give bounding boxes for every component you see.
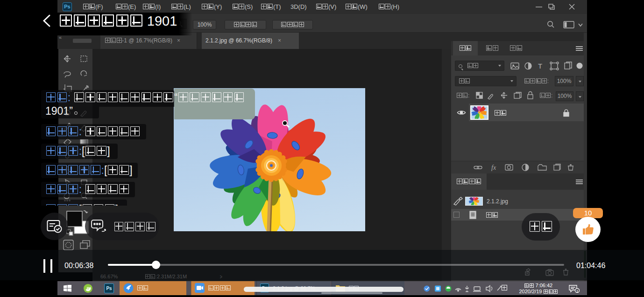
svg-text:1: 1 (576, 289, 579, 293)
svg-text:fx: fx (491, 164, 496, 171)
svg-text:T: T (538, 62, 542, 70)
